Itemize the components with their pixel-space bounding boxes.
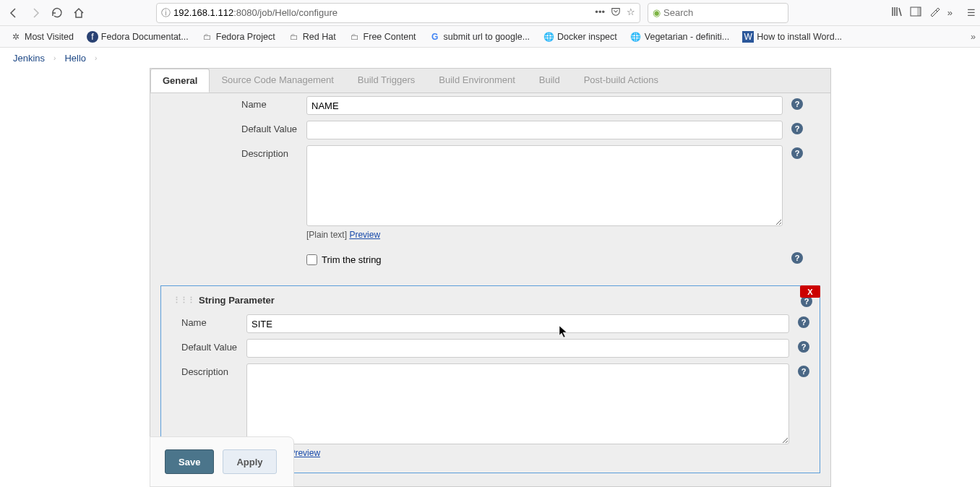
bookmark-star-icon[interactable]: ☆	[627, 7, 635, 19]
bookmark-label: How to install Word...	[757, 32, 842, 42]
default-value-label: Default Value	[241, 121, 301, 134]
description-textarea[interactable]	[306, 145, 783, 226]
url-bar[interactable]: ⓘ 192.168.1.112:8080/job/Hello/configure…	[156, 3, 640, 23]
bookmark-label: submit url to google...	[444, 32, 530, 42]
word-icon: W	[742, 31, 754, 43]
apply-button[interactable]: Apply	[223, 449, 276, 474]
trim-checkbox[interactable]	[306, 254, 317, 265]
default-value-input[interactable]	[246, 339, 789, 358]
bookmarks-bar: ✲Most Visited fFedora Documentat... 🗀Fed…	[0, 26, 980, 48]
name-label: Name	[241, 96, 301, 110]
name-input[interactable]	[246, 314, 789, 333]
fedora-icon: f	[87, 31, 98, 43]
bookmark-vegetarian[interactable]: 🌐Vegetarian - definiti...	[624, 30, 735, 44]
bookmark-most-visited[interactable]: ✲Most Visited	[4, 30, 79, 44]
tab-post-build[interactable]: Post-build Actions	[572, 69, 671, 92]
preview-link[interactable]: Preview	[349, 230, 380, 240]
svg-rect-1	[917, 7, 921, 16]
more-icon[interactable]: •••	[595, 7, 605, 19]
trim-label: Trim the string	[322, 254, 382, 265]
description-label: Description	[241, 145, 301, 159]
folder-icon: 🗀	[202, 31, 213, 43]
bookmark-free-content[interactable]: 🗀Free Content	[343, 30, 422, 44]
globe-icon: 🌐	[543, 31, 554, 43]
bookmark-word[interactable]: WHow to install Word...	[736, 30, 848, 44]
google-icon: G	[429, 31, 441, 43]
help-icon[interactable]: ?	[791, 123, 803, 134]
forward-button[interactable]	[26, 4, 45, 22]
plain-text-label: [Plain text]	[306, 230, 347, 240]
help-icon[interactable]: ?	[798, 366, 809, 377]
bookmark-label: Red Hat	[303, 32, 336, 42]
bookmark-label: Most Visited	[25, 32, 74, 42]
breadcrumb-hello[interactable]: Hello	[64, 53, 86, 64]
tab-build-triggers[interactable]: Build Triggers	[346, 69, 427, 92]
help-icon[interactable]: ?	[791, 147, 803, 159]
save-button[interactable]: Save	[165, 449, 214, 474]
url-text: 192.168.1.112:8080/job/Hello/configure	[173, 7, 338, 18]
pocket-icon[interactable]	[611, 7, 621, 19]
bookmark-label: Free Content	[364, 32, 416, 42]
gear-icon: ✲	[10, 31, 22, 43]
bookmark-label: Docker inspect	[557, 32, 617, 42]
bookmark-label: Fedora Project	[216, 32, 275, 42]
default-value-label: Default Value	[181, 339, 241, 353]
default-value-input[interactable]	[306, 121, 783, 139]
menu-icon[interactable]: ☰	[967, 7, 976, 18]
bookmark-label: Vegetarian - definiti...	[645, 32, 729, 42]
description-textarea[interactable]	[246, 363, 789, 444]
config-tabs: General Source Code Management Build Tri…	[150, 68, 831, 92]
delete-button[interactable]: X	[800, 285, 820, 298]
browser-toolbar: ⓘ 192.168.1.112:8080/job/Hello/configure…	[0, 0, 980, 26]
breadcrumb: Jenkins › Hello ›	[0, 48, 980, 68]
back-button[interactable]	[4, 4, 23, 22]
name-input[interactable]	[306, 96, 783, 115]
tab-general[interactable]: General	[150, 69, 210, 92]
globe-icon: 🌐	[630, 31, 642, 43]
help-icon[interactable]: ?	[798, 316, 809, 328]
bookmark-docker[interactable]: 🌐Docker inspect	[537, 30, 623, 44]
help-icon[interactable]: ?	[791, 98, 803, 110]
eyedropper-icon[interactable]	[929, 6, 940, 20]
bookmark-fedora-doc[interactable]: fFedora Documentat...	[81, 30, 194, 44]
tab-build[interactable]: Build	[528, 69, 572, 92]
info-icon[interactable]: ⓘ	[161, 7, 171, 20]
drag-handle-icon[interactable]: ⋮⋮⋮	[173, 296, 194, 305]
parameter-title: String Parameter	[199, 295, 275, 306]
bookmark-google-submit[interactable]: Gsubmit url to google...	[424, 30, 536, 44]
sidebar-icon[interactable]	[910, 6, 921, 20]
name-label: Name	[181, 314, 241, 328]
bookmarks-overflow-icon[interactable]: »	[971, 32, 976, 42]
tab-scm[interactable]: Source Code Management	[210, 69, 345, 92]
bookmark-fedora-project[interactable]: 🗀Fedora Project	[196, 30, 281, 44]
search-engine-icon: ◉	[653, 7, 661, 18]
footer-actions: Save Apply	[150, 436, 294, 487]
help-icon[interactable]: ?	[791, 252, 803, 264]
folder-icon: 🗀	[349, 31, 361, 43]
description-label: Description	[181, 363, 241, 377]
help-icon[interactable]: ?	[798, 341, 809, 353]
chevron-right-icon: ›	[95, 54, 97, 62]
search-input[interactable]	[663, 7, 783, 18]
folder-icon: 🗀	[288, 31, 300, 43]
reload-button[interactable]	[48, 4, 66, 22]
bookmark-redhat[interactable]: 🗀Red Hat	[283, 30, 342, 44]
chevron-right-icon: ›	[53, 54, 56, 62]
home-button[interactable]	[69, 4, 88, 22]
tab-build-env[interactable]: Build Environment	[427, 69, 528, 92]
overflow-icon[interactable]: »	[947, 7, 953, 18]
bookmark-label: Fedora Documentat...	[101, 32, 189, 42]
library-icon[interactable]	[891, 6, 903, 20]
left-sidebar-spacer	[0, 68, 150, 487]
breadcrumb-jenkins[interactable]: Jenkins	[13, 53, 45, 64]
parameter-block: Name ? Default Value ? Description [Plai…	[236, 93, 809, 280]
search-bar[interactable]: ◉	[648, 3, 788, 23]
